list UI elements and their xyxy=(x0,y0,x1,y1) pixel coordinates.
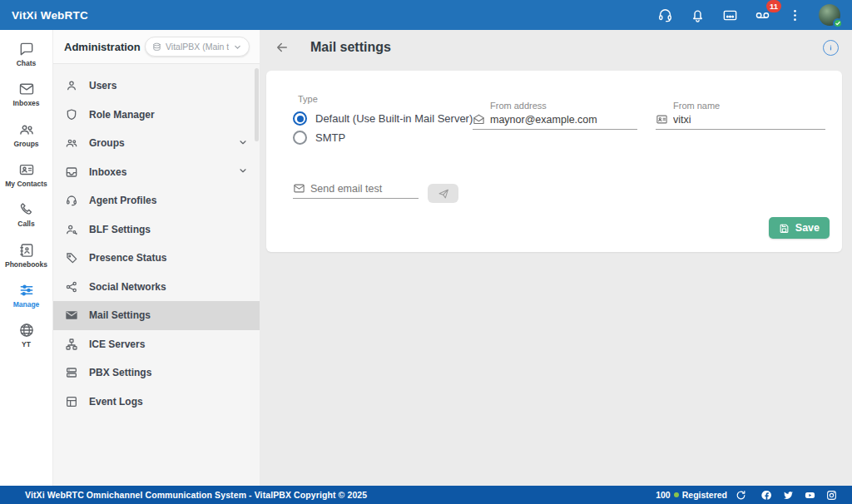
registered-count: 100 xyxy=(656,490,671,500)
user-icon xyxy=(65,79,78,92)
rail-item-chats[interactable]: Chats xyxy=(0,37,52,71)
network-icon xyxy=(65,338,78,351)
menu-item-inboxes[interactable]: Inboxes xyxy=(53,158,260,187)
registered-status: 100 Registered xyxy=(656,490,727,500)
address-book-icon xyxy=(18,242,35,259)
radio-option-default[interactable]: Default (Use Built-in Mail Server) xyxy=(293,111,473,126)
conference-icon[interactable] xyxy=(721,7,738,23)
mail-settings-card: Type Default (Use Built-in Mail Server) … xyxy=(266,71,842,252)
menu-item-ice-servers[interactable]: ICE Servers xyxy=(53,330,260,359)
type-label: Type xyxy=(298,94,318,104)
menu-item-mail-settings[interactable]: Mail Settings xyxy=(53,301,260,330)
menu-item-social-networks[interactable]: Social Networks xyxy=(53,273,260,302)
rail-item-manage[interactable]: Manage xyxy=(0,279,52,312)
youtube-icon[interactable] xyxy=(805,490,815,501)
administration-header: Administration VitalPBX (Main tena... xyxy=(53,30,260,64)
arrow-left-icon xyxy=(275,40,290,55)
tenant-selector[interactable]: VitalPBX (Main tena... xyxy=(145,37,250,57)
content-header: Mail settings xyxy=(260,30,852,65)
more-options-icon[interactable] xyxy=(786,7,803,23)
radio-option-smtp[interactable]: SMTP xyxy=(293,131,345,145)
instagram-icon[interactable] xyxy=(826,490,837,501)
rail-item-my-contacts[interactable]: My Contacts xyxy=(0,158,52,191)
rail-item-groups[interactable]: Groups xyxy=(0,118,52,151)
chat-bubble-icon xyxy=(18,41,35,57)
envelope-open-icon xyxy=(473,113,485,126)
back-button[interactable] xyxy=(273,38,291,57)
facebook-icon[interactable] xyxy=(761,490,772,501)
from-name-input[interactable] xyxy=(673,114,825,126)
save-button[interactable]: Save xyxy=(769,217,830,239)
send-test-button[interactable] xyxy=(428,184,458,203)
mail-icon xyxy=(65,309,78,322)
from-name-field: From name xyxy=(656,101,825,130)
voicemail-badge: 11 xyxy=(766,0,781,12)
info-icon xyxy=(826,43,835,52)
menu-item-blf-settings[interactable]: BLF Settings xyxy=(53,215,260,245)
rail-item-calls[interactable]: Calls xyxy=(0,198,52,231)
voicemail-icon[interactable]: 11 xyxy=(754,7,770,23)
inbox-icon xyxy=(65,166,78,179)
shield-icon xyxy=(65,108,78,121)
twitter-icon[interactable] xyxy=(783,490,794,501)
menu-item-event-logs[interactable]: Event Logs xyxy=(53,388,260,417)
sliders-icon xyxy=(18,282,35,299)
envelope-icon xyxy=(293,182,305,195)
tag-icon xyxy=(65,251,78,264)
share-icon xyxy=(65,280,78,294)
send-email-test-field xyxy=(293,182,419,199)
administration-title: Administration xyxy=(64,41,141,53)
from-address-field: From address xyxy=(473,101,637,130)
phone-icon xyxy=(18,201,35,218)
radio-selected-icon[interactable] xyxy=(293,111,307,126)
support-headset-icon[interactable] xyxy=(656,7,673,23)
radio-unselected-icon[interactable] xyxy=(293,131,307,145)
people-icon xyxy=(18,121,35,138)
user-key-icon xyxy=(65,223,78,236)
notifications-bell-icon[interactable] xyxy=(689,7,706,23)
rail-item-inboxes[interactable]: Inboxes xyxy=(0,77,52,111)
save-button-label: Save xyxy=(795,222,820,234)
from-address-input[interactable] xyxy=(490,114,637,126)
people-icon xyxy=(65,136,78,150)
panel-scrollbar[interactable] xyxy=(255,68,259,141)
administration-panel: Administration VitalPBX (Main tena... Us… xyxy=(53,30,260,486)
from-name-label: From name xyxy=(673,101,825,111)
menu-item-agent-profiles[interactable]: Agent Profiles xyxy=(53,186,260,215)
table-icon xyxy=(65,395,78,408)
menu-item-groups[interactable]: Groups xyxy=(53,129,260,158)
copyright-text: VitXi WebRTC Omnichannel Communication S… xyxy=(25,490,367,500)
server-icon xyxy=(65,366,78,379)
admin-menu: Users Role Manager Groups Inboxes xyxy=(53,64,260,416)
main-area: Chats Inboxes Groups My Contacts Calls P… xyxy=(0,30,852,486)
footer-right: 100 Registered xyxy=(656,490,837,501)
contact-card-icon xyxy=(18,161,35,178)
save-icon xyxy=(779,223,790,234)
user-avatar[interactable] xyxy=(819,4,840,26)
menu-item-pbx-settings[interactable]: PBX Settings xyxy=(53,358,260,388)
tenant-selector-value: VitalPBX (Main tena... xyxy=(166,42,229,52)
social-links xyxy=(761,490,837,501)
menu-item-users[interactable]: Users xyxy=(53,72,260,101)
envelope-icon xyxy=(18,81,35,97)
badge-account-icon xyxy=(656,113,668,126)
rail-item-yt[interactable]: YT xyxy=(0,319,52,352)
chevron-down-icon xyxy=(238,166,248,178)
online-status-icon xyxy=(833,18,843,28)
paper-plane-icon xyxy=(438,188,449,200)
menu-item-presence-status[interactable]: Presence Status xyxy=(53,244,260,273)
database-icon xyxy=(152,42,161,52)
refresh-icon[interactable] xyxy=(736,490,746,501)
headset-icon xyxy=(65,194,78,207)
rail-item-phonebooks[interactable]: Phonebooks xyxy=(0,239,52,272)
globe-icon xyxy=(18,322,35,338)
top-bar: VitXi WebRTC xyxy=(0,0,852,30)
info-button[interactable] xyxy=(823,40,839,56)
chevron-down-icon xyxy=(233,42,242,52)
send-email-test-input[interactable] xyxy=(310,183,419,195)
menu-item-role-manager[interactable]: Role Manager xyxy=(53,101,260,130)
status-dot-icon xyxy=(674,492,679,497)
footer-bar: VitXi WebRTC Omnichannel Communication S… xyxy=(0,486,852,504)
app-window: VitXi WebRTC xyxy=(0,0,852,504)
chevron-down-icon xyxy=(238,137,248,150)
